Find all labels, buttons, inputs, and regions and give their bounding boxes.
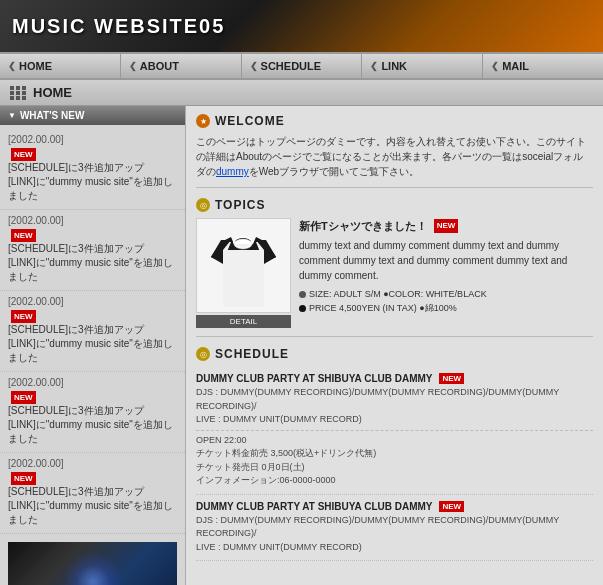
sidebar-header: ▼ WHAT'S NEW	[0, 106, 185, 125]
entry-text-1: [SCHEDULE]に3件追加アップ[LINK]に"dummy music si…	[8, 161, 177, 203]
nav-chevron-mail: ❮	[491, 61, 499, 71]
entry-date-5: [2002.00.00]	[8, 457, 177, 471]
list-item: [2002.00.00] NEW [SCHEDULE]に3件追加アップ[LINK…	[0, 372, 185, 453]
list-item: [2002.00.00] NEW [SCHEDULE]に3件追加アップ[LINK…	[0, 210, 185, 291]
breadcrumb-text: HOME	[33, 85, 72, 100]
nav-home-label: HOME	[19, 60, 52, 72]
navigation: ❮ HOME ❮ ABOUT ❮ SCHEDULE ❮ LINK ❮ MAIL	[0, 52, 603, 80]
welcome-icon: ★	[196, 114, 210, 128]
nav-about-label: ABOUT	[140, 60, 179, 72]
detail-label[interactable]: DETAIL	[196, 315, 291, 328]
breadcrumb-dots-icon	[10, 86, 27, 100]
topic-text: 新作Tシャツできました！ NEW dummy text and dummy co…	[299, 218, 593, 328]
site-title: MUSIC WEBSITE05	[12, 15, 225, 38]
sidebar: ▼ WHAT'S NEW [2002.00.00] NEW [SCHEDULE]…	[0, 106, 186, 585]
nav-mail[interactable]: ❮ MAIL	[483, 54, 603, 78]
new-badge-5: NEW	[11, 472, 36, 485]
topics-content: DETAIL 新作Tシャツできました！ NEW dummy text and d…	[196, 218, 593, 328]
nav-mail-label: MAIL	[502, 60, 529, 72]
topics-header: ◎ TOPICS	[196, 198, 593, 212]
sidebar-glow	[63, 552, 123, 585]
sidebar-arrow-icon: ▼	[8, 111, 16, 120]
new-badge-1: NEW	[11, 148, 36, 161]
topic-new-badge: NEW	[434, 219, 459, 233]
new-badge-4: NEW	[11, 391, 36, 404]
schedule-icon: ◎	[196, 347, 210, 361]
content-area: ★ WELCOME このページはトップページのダミーです。内容を入れ替えてお使い…	[186, 106, 603, 585]
entry-date-1: [2002.00.00]	[8, 133, 177, 147]
entry-date-4: [2002.00.00]	[8, 376, 177, 390]
site-header: MUSIC WEBSITE05	[0, 0, 603, 52]
schedule-entry-2: DUMMY CLUB PARTY AT SHIBUYA CLUB DAMMY N…	[196, 495, 593, 562]
topic-description: dummy text and dummy comment dummy text …	[299, 238, 593, 283]
list-item: [2002.00.00] NEW [SCHEDULE]に3件追加アップ[LINK…	[0, 453, 185, 534]
entry-text-5: [SCHEDULE]に3件追加アップ[LINK]に"dummy music si…	[8, 485, 177, 527]
event-badge-2: NEW	[439, 501, 464, 512]
nav-home[interactable]: ❮ HOME	[0, 54, 121, 78]
event-badge-1: NEW	[439, 373, 464, 384]
entry-text-3: [SCHEDULE]に3件追加アップ[LINK]に"dummy music si…	[8, 323, 177, 365]
nav-link-label: LINK	[381, 60, 407, 72]
event-extra-1: OPEN 22:00 チケット料金前売 3,500(税込+ドリンク代無) チケッ…	[196, 434, 593, 488]
schedule-header: ◎ SCHEDULE	[196, 347, 593, 361]
divider-1	[196, 430, 593, 431]
schedule-entry-1: DUMMY CLUB PARTY AT SHIBUYA CLUB DAMMY N…	[196, 367, 593, 495]
topic-specs: SIZE: ADULT S/M ●COLOR: WHITE/BLACK PRIC…	[299, 287, 593, 316]
spec-dot-2	[299, 305, 306, 312]
welcome-header: ★ WELCOME	[196, 114, 593, 128]
spec-dot-1	[299, 291, 306, 298]
entry-text-4: [SCHEDULE]に3件追加アップ[LINK]に"dummy music si…	[8, 404, 177, 446]
event-djs-2: DJS : DUMMY(DUMMY RECORDING)/DUMMY(DUMMY…	[196, 514, 593, 555]
main-layout: ▼ WHAT'S NEW [2002.00.00] NEW [SCHEDULE]…	[0, 106, 603, 585]
shirt-container: DETAIL	[196, 218, 291, 328]
list-item: [2002.00.00] NEW [SCHEDULE]に3件追加アップ[LINK…	[0, 291, 185, 372]
page-wrapper: HOME ▼ WHAT'S NEW [2002.00.00] NEW [SCHE…	[0, 80, 603, 585]
nav-chevron-home: ❮	[8, 61, 16, 71]
nav-link[interactable]: ❮ LINK	[362, 54, 483, 78]
topics-section: ◎ TOPICS	[196, 198, 593, 337]
topics-icon: ◎	[196, 198, 210, 212]
topic-title: 新作Tシャツできました！ NEW	[299, 218, 593, 235]
welcome-link[interactable]: dummy	[216, 166, 249, 177]
topics-title: TOPICS	[215, 198, 265, 212]
event-title-2: DUMMY CLUB PARTY AT SHIBUYA CLUB DAMMY N…	[196, 501, 593, 512]
entry-date-2: [2002.00.00]	[8, 214, 177, 228]
list-item: [2002.00.00] NEW [SCHEDULE]に3件追加アップ[LINK…	[0, 129, 185, 210]
event-title-1: DUMMY CLUB PARTY AT SHIBUYA CLUB DAMMY N…	[196, 373, 593, 384]
entry-date-3: [2002.00.00]	[8, 295, 177, 309]
welcome-text: このページはトップページのダミーです。内容を入れ替えてお使い下さい。このサイトの…	[196, 134, 593, 179]
schedule-section: ◎ SCHEDULE DUMMY CLUB PARTY AT SHIBUYA C…	[196, 347, 593, 561]
schedule-title: SCHEDULE	[215, 347, 289, 361]
nav-chevron-about: ❮	[129, 61, 137, 71]
new-badge-2: NEW	[11, 229, 36, 242]
new-badge-3: NEW	[11, 310, 36, 323]
svg-marker-5	[223, 250, 264, 307]
nav-about[interactable]: ❮ ABOUT	[121, 54, 242, 78]
shirt-svg	[201, 222, 286, 310]
sidebar-header-label: WHAT'S NEW	[20, 110, 84, 121]
event-djs-1: DJS : DUMMY(DUMMY RECORDING)/DUMMY(DUMMY…	[196, 386, 593, 427]
nav-schedule[interactable]: ❮ SCHEDULE	[242, 54, 363, 78]
welcome-title: WELCOME	[215, 114, 285, 128]
shirt-image	[196, 218, 291, 313]
entry-text-2: [SCHEDULE]に3件追加アップ[LINK]に"dummy music si…	[8, 242, 177, 284]
sidebar-image	[8, 542, 177, 585]
welcome-section: ★ WELCOME このページはトップページのダミーです。内容を入れ替えてお使い…	[196, 114, 593, 188]
breadcrumb: HOME	[0, 80, 603, 106]
nav-chevron-schedule: ❮	[250, 61, 258, 71]
nav-chevron-link: ❮	[370, 61, 378, 71]
nav-schedule-label: SCHEDULE	[261, 60, 322, 72]
